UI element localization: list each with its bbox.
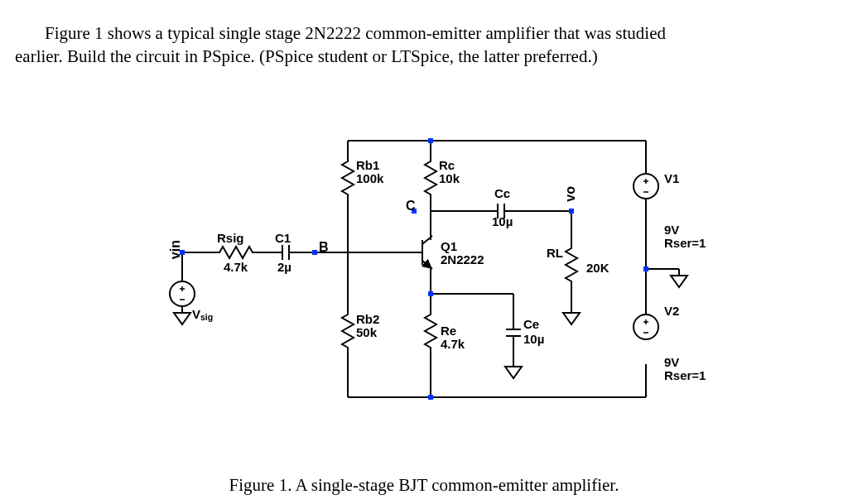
label-Q1-val: 2N2222 [441,253,484,267]
label-V2-name: V2 [664,305,679,319]
label-V1-name: V1 [664,172,679,186]
label-Ce-name: Ce [523,318,539,332]
node-vo: vo [563,186,578,202]
label-Cc-name: Cc [494,187,510,201]
label-RL-val: 20K [586,262,610,276]
schematic-figure: vin B C vo Rb1 100k Rc 10k Rsig 4.7k C1 … [166,116,745,422]
svg-rect-47 [569,209,574,214]
schematic-svg [166,116,745,422]
label-Ce-val: 10µ [523,333,544,347]
label-V1-val2: Rser=1 [664,237,706,251]
node-vin: vin [168,240,183,259]
label-Rc-val: 10k [439,172,460,186]
label-V2-val2: Rser=1 [664,369,706,383]
figure-caption: Figure 1. A single-stage BJT common-emit… [0,475,848,496]
node-C: C [406,199,416,214]
label-Cc-val: 10µ [492,215,513,229]
label-Rb2-val: 50k [356,326,377,340]
label-Vsig: Vsig [192,308,213,323]
label-Rsig-val: 4.7k [224,261,248,275]
para-line-2: earlier. Build the circuit in PSpice. (P… [15,46,598,66]
svg-line-43 [422,261,432,269]
problem-statement: Figure 1 shows a typical single stage 2N… [0,0,848,69]
label-Rb1-val: 100k [356,172,383,186]
svg-rect-49 [428,395,433,400]
svg-rect-51 [643,266,648,271]
node-B: B [319,240,329,255]
label-Re-val: 4.7k [441,338,465,352]
label-C1-name: C1 [275,232,291,246]
label-Rsig-name: Rsig [217,232,244,246]
label-RL-name: RL [547,247,563,261]
svg-rect-45 [312,250,317,255]
para-line-1: Figure 1 shows a typical single stage 2N… [15,22,833,45]
label-C1-val: 2µ [277,261,292,275]
svg-rect-50 [428,291,433,296]
svg-rect-48 [428,138,433,143]
